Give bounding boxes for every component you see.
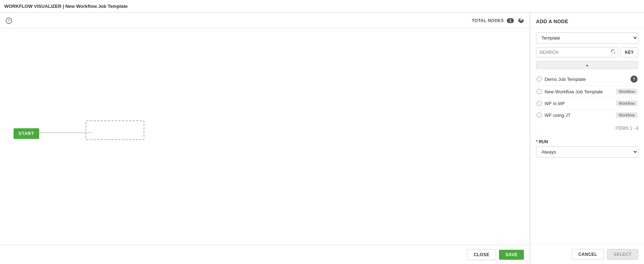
save-button[interactable]: SAVE bbox=[499, 250, 524, 260]
gear-icon bbox=[518, 18, 524, 24]
title-text: WORKFLOW VISUALIZER | New Workflow Job T… bbox=[4, 4, 128, 9]
template-radio-2[interactable] bbox=[537, 89, 542, 94]
sort-arrow-icon: ▲ bbox=[586, 63, 589, 67]
total-nodes-label: TOTAL NODES bbox=[472, 18, 504, 23]
template-list: Demo Job Template ? New Workflow Job Tem… bbox=[536, 73, 638, 121]
search-icon-btn[interactable] bbox=[611, 49, 616, 55]
required-star: * bbox=[536, 139, 538, 144]
run-label: * RUN bbox=[536, 139, 638, 144]
search-input[interactable] bbox=[536, 47, 618, 57]
items-count: ITEMS 1 - 4 bbox=[536, 124, 638, 132]
workflow-badge-4: Workflow bbox=[616, 112, 638, 118]
run-select[interactable]: Always On Success On Failure On Always bbox=[536, 146, 638, 157]
help-icon-btn[interactable]: ? bbox=[4, 17, 14, 25]
search-row: KEY bbox=[536, 47, 638, 57]
nodes-count-badge: 1 bbox=[507, 18, 514, 23]
node-type-select[interactable]: Template Inventory Sync Project Sync App… bbox=[536, 32, 638, 43]
template-name-2: New Workflow Job Template bbox=[545, 89, 613, 94]
settings-icon-btn[interactable] bbox=[517, 17, 525, 24]
search-input-wrapper bbox=[536, 47, 618, 57]
run-label-text: RUN bbox=[539, 139, 548, 144]
panel-footer: CANCEL SELECT bbox=[530, 244, 644, 264]
panel-body: Template Inventory Sync Project Sync App… bbox=[530, 28, 644, 244]
template-name-4: WF using JT bbox=[545, 113, 613, 118]
close-button[interactable]: CLOSE bbox=[467, 249, 496, 260]
template-name-3: WF in WF bbox=[545, 101, 613, 106]
connector-line bbox=[38, 133, 92, 133]
search-icon bbox=[611, 49, 616, 54]
bottom-bar: CLOSE SAVE bbox=[0, 245, 530, 264]
placeholder-node bbox=[86, 120, 144, 140]
canvas-toolbar: ? TOTAL NODES 1 bbox=[0, 13, 530, 29]
main-container: ? TOTAL NODES 1 START bbox=[0, 13, 644, 264]
canvas-content: START bbox=[0, 29, 530, 264]
key-button[interactable]: KEY bbox=[620, 47, 638, 57]
select-button[interactable]: SELECT bbox=[607, 249, 638, 260]
sort-bar[interactable]: ▲ bbox=[536, 61, 638, 69]
template-radio-1[interactable] bbox=[537, 77, 542, 82]
node-panel: ADD A NODE Template Inventory Sync Proje… bbox=[530, 13, 644, 264]
template-name-1: Demo Job Template bbox=[545, 77, 628, 82]
template-radio-3[interactable] bbox=[537, 101, 542, 106]
info-icon: ? bbox=[6, 17, 12, 24]
workflow-badge-3: Workflow bbox=[616, 100, 638, 106]
canvas-toolbar-right: TOTAL NODES 1 bbox=[472, 17, 525, 24]
workflow-badge-2: Workflow bbox=[616, 89, 638, 94]
list-item: WF in WF Workflow bbox=[536, 98, 638, 109]
run-section: * RUN Always On Success On Failure On Al… bbox=[536, 136, 638, 157]
start-node: START bbox=[14, 128, 39, 139]
canvas-area: ? TOTAL NODES 1 START bbox=[0, 13, 530, 264]
list-item: WF using JT Workflow bbox=[536, 109, 638, 121]
help-badge-1[interactable]: ? bbox=[630, 76, 638, 83]
title-bar: WORKFLOW VISUALIZER | New Workflow Job T… bbox=[0, 0, 644, 13]
canvas-toolbar-left: ? bbox=[4, 17, 14, 25]
cancel-button[interactable]: CANCEL bbox=[572, 249, 604, 260]
template-radio-4[interactable] bbox=[537, 113, 542, 118]
list-item: Demo Job Template ? bbox=[536, 73, 638, 86]
panel-header: ADD A NODE bbox=[530, 13, 644, 28]
list-item: New Workflow Job Template Workflow bbox=[536, 86, 638, 98]
